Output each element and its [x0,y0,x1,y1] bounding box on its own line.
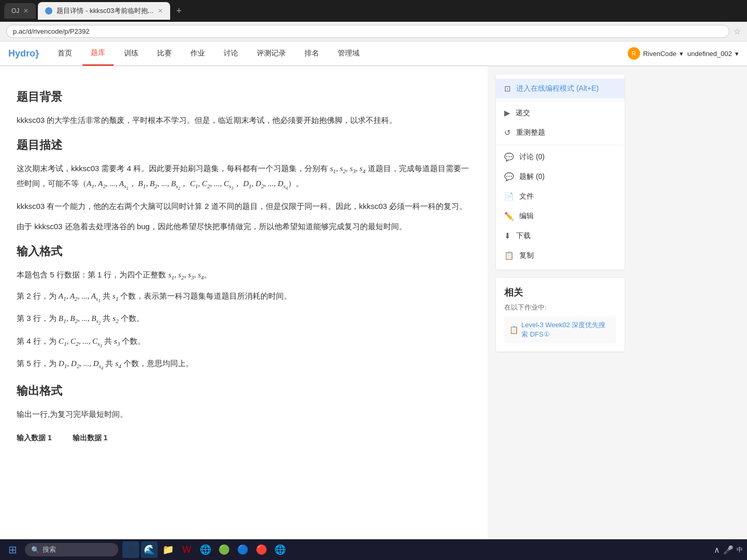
input-p1: 本题包含 5 行数据：第 1 行，为四个正整数 s1, s2, s3, s4。 [17,268,471,283]
sidebar-download-label: 下载 [516,231,531,241]
tab-problem-close[interactable]: ✕ [158,7,163,15]
solution-icon: 💬 [504,172,514,181]
content-area: 题目背景 kkksc03 的大学生活非常的颓废，平时根本不学习。但是，临近期末考… [0,66,488,539]
sidebar: ⊡ 进入在线编程模式 (Alt+E) ▶ 递交 ↺ 重测整题 💬 讨论 (0) … [488,66,633,539]
nav-site-switcher[interactable]: R RivenCode ▾ [628,47,683,60]
nav-avatar: R [628,47,640,60]
nav-user-menu[interactable]: undefined_002 ▾ [687,50,739,58]
nav-problems[interactable]: 题库 [82,41,114,66]
description-p1: 这次期末考试，kkksc03 需要考 4 科。因此要开始刷习题集，每科都有一个习… [17,161,471,193]
nav-site-name: RivenCode [643,50,676,58]
nav-logo[interactable]: Hydro} [8,48,39,59]
bookmark-icon[interactable]: ☆ [734,26,741,36]
rejudge-icon: ↺ [504,128,511,137]
sidebar-code-mode-label: 进入在线编程模式 (Alt+E) [516,84,599,93]
sidebar-code-mode[interactable]: ⊡ 进入在线编程模式 (Alt+E) [496,79,625,99]
tab-oj-icon: OJ [11,7,19,15]
nav-admin[interactable]: 管理域 [329,41,368,66]
code-mode-icon: ⊡ [504,84,511,93]
sidebar-edit-label: 编辑 [519,212,534,221]
related-card: 相关 在以下作业中: 📋 Level-3 Week02 深度优先搜索 DFS① [496,278,625,352]
download-icon: ⬇ [504,231,511,241]
nav-discuss[interactable]: 讨论 [215,41,246,66]
input-p5: 第 5 行，为 D1, D2, ..., Ds4 共 s4 个数，意思均同上。 [17,356,471,372]
nav-right: R RivenCode ▾ undefined_002 ▾ [628,47,739,60]
sidebar-edit[interactable]: ✏️ 编辑 [496,206,625,226]
sidebar-file-label: 文件 [519,192,534,201]
related-title: 相关 [504,286,616,299]
main-layout: 题目背景 kkksc03 的大学生活非常的颓废，平时根本不学习。但是，临近期末考… [0,66,747,539]
new-tab-button[interactable]: + [172,4,186,19]
sidebar-discuss[interactable]: 💬 讨论 (0) [496,147,625,167]
sidebar-actions-card: ⊡ 进入在线编程模式 (Alt+E) ▶ 递交 ↺ 重测整题 💬 讨论 (0) … [496,75,625,270]
tab-problem[interactable]: 题目详情 - kkksc03考前临时抱... ✕ [38,2,170,20]
divider-1 [496,101,625,101]
nav-bar: Hydro} 首页 题库 训练 比赛 作业 讨论 评测记录 排名 管理域 R R… [0,41,747,66]
output-title: 输出格式 [17,383,471,401]
nav-user-chevron: ▾ [735,50,739,58]
submit-icon: ▶ [504,108,510,118]
tab-problem-label: 题目详情 - kkksc03考前临时抱... [57,6,153,16]
file-icon: 📄 [504,192,514,201]
address-bar: ☆ [0,22,747,41]
discuss-icon: 💬 [504,152,514,162]
input-title: 输入格式 [17,244,471,261]
nav-contest[interactable]: 比赛 [149,41,180,66]
background-text: kkksc03 的大学生活非常的颓废，平时根本不学习。但是，临近期末考试，他必须… [17,113,471,127]
description-p3: 由于 kkksc03 还急着去处理洛谷的 bug，因此他希望尽快把事情做完，所以… [17,219,471,233]
nav-training[interactable]: 训练 [116,41,147,66]
sidebar-copy-label: 复制 [519,251,534,260]
sidebar-file[interactable]: 📄 文件 [496,187,625,206]
related-homework-link[interactable]: 📋 Level-3 Week02 深度优先搜索 DFS① [504,316,616,343]
nav-judge-record[interactable]: 评测记录 [248,41,294,66]
sidebar-submit-label: 递交 [516,108,530,118]
sidebar-rejudge-label: 重测整题 [516,128,545,137]
related-homework-label: Level-3 Week02 深度优先搜索 DFS① [521,320,611,339]
tab-oj[interactable]: OJ ✕ [4,3,36,19]
description-p2: kkksc03 有一个能力，他的左右两个大脑可以同时计算 2 道不同的题目，但是… [17,199,471,213]
nav-homework[interactable]: 作业 [182,41,213,66]
input-p3: 第 3 行，为 B1, B2, ..., Bs2 共 s2 个数。 [17,311,471,327]
nav-site-chevron: ▾ [680,50,683,58]
input-p2: 第 2 行，为 A1, A2, ..., As1 共 s1 个数，表示第一科习题… [17,289,471,305]
homework-icon: 📋 [509,326,518,334]
sidebar-submit[interactable]: ▶ 递交 [496,103,625,123]
address-input[interactable] [6,25,729,38]
browser-chrome: OJ ✕ 题目详情 - kkksc03考前临时抱... ✕ + [0,0,747,22]
sidebar-copy[interactable]: 📋 复制 [496,246,625,265]
sample-output-label: 输出数据 1 [73,433,108,443]
sidebar-solution[interactable]: 💬 题解 (0) [496,167,625,187]
divider-2 [496,145,625,145]
sidebar-rejudge[interactable]: ↺ 重测整题 [496,123,625,143]
nav-home[interactable]: 首页 [49,41,80,66]
tab-oj-close[interactable]: ✕ [23,7,29,15]
background-title: 题目背景 [17,89,471,107]
output-p1: 输出一行,为复习完毕最短时间。 [17,407,471,421]
sidebar-discuss-label: 讨论 (0) [519,152,545,162]
sample-input-label: 输入数据 1 [17,433,52,443]
sidebar-download[interactable]: ⬇ 下载 [496,226,625,246]
sample-data: 输入数据 1 输出数据 1 [17,433,471,443]
nav-ranking[interactable]: 排名 [296,41,327,66]
related-subtitle: 在以下作业中: [504,303,616,312]
description-title: 题目描述 [17,137,471,155]
sidebar-solution-label: 题解 (0) [519,172,545,181]
tab-problem-icon [45,7,52,15]
nav-username: undefined_002 [687,50,732,58]
copy-icon: 📋 [504,251,514,260]
input-p4: 第 4 行，为 C1, C2, ..., Cs3 共 s3 个数。 [17,334,471,350]
edit-icon: ✏️ [504,212,514,221]
